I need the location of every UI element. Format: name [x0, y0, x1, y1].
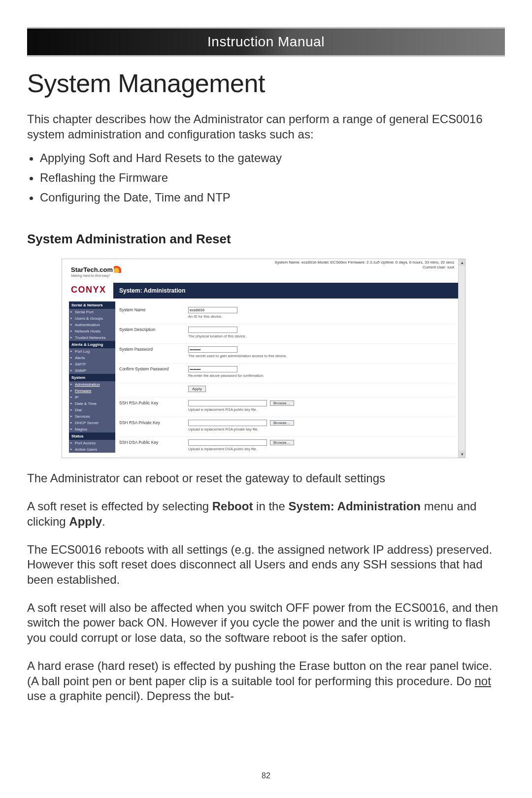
brand-tagline: Making hard-to-find easy! [71, 274, 110, 277]
paragraph: The ECS0016 reboots with all settings (e… [27, 542, 505, 588]
nav-item[interactable]: Services [69, 413, 115, 420]
field-label: SSH RSA Private Key [119, 420, 188, 425]
nav-item[interactable]: Alerts [69, 355, 115, 361]
nav-item[interactable]: SNMP [69, 367, 115, 374]
field-hint: Upload a replacement RSA public key file… [188, 407, 454, 412]
browse-button[interactable]: Browse… [270, 440, 294, 445]
nav-item[interactable]: Active Users [69, 446, 115, 453]
field-hint: The secret used to gain administration a… [188, 354, 454, 358]
body-after-screenshot: The Administrator can reboot or reset th… [27, 471, 505, 704]
field-hint: Upload a replacement RSA private key fil… [188, 427, 454, 432]
nav-item[interactable]: Port Access [69, 440, 115, 446]
bullet-item: Applying Soft and Hard Resets to the gat… [40, 151, 505, 166]
page-number: 82 [0, 771, 532, 780]
page-title: System Management [27, 68, 505, 98]
bold-text: System: Administration [288, 499, 421, 513]
text: A hard erase (hard reset) is effected by… [27, 659, 492, 688]
nav-item[interactable]: Trusted Networks [69, 334, 115, 341]
nav-item[interactable]: Serial Port [69, 309, 115, 315]
brand-text: StarTech.com [71, 266, 113, 273]
admin-form: System Name An ID for this device. Syste… [119, 304, 454, 458]
nav-item-firmware[interactable]: Firmware [69, 388, 115, 394]
system-password-input[interactable] [188, 346, 237, 353]
field-label: System Name [119, 307, 188, 312]
field-hint: The physical location of this device. [188, 334, 454, 338]
intro-paragraph: This chapter describes how the Administr… [27, 112, 505, 142]
rsa-priv-input[interactable] [188, 420, 267, 426]
text: use a graphite pencil). Depress the but- [27, 689, 234, 702]
nav-item[interactable]: Date & Time [69, 400, 115, 407]
nav-section: Alerts & Logging [69, 341, 115, 348]
nav-item[interactable]: Dial [69, 407, 115, 413]
paragraph: A soft reset will also be affected when … [27, 600, 505, 646]
nav-item[interactable]: SMTP [69, 361, 115, 367]
system-description-input[interactable] [188, 327, 237, 333]
field-label: System Description [119, 327, 188, 332]
field-label: SSH RSA Public Key [119, 400, 188, 405]
scrollbar[interactable]: ▴ ▾ [458, 259, 465, 458]
bullet-item: Reflashing the Firmware [40, 170, 505, 185]
panel-title: System: Administration [119, 287, 185, 294]
panel-titlebar: System: Administration [113, 283, 458, 299]
field-hint: An ID for this device. [188, 314, 454, 319]
field-label: Confirm System Password [119, 366, 188, 371]
underline-text: not [475, 674, 491, 688]
apply-button[interactable]: Apply [188, 386, 206, 392]
nav-item[interactable]: DHCP Server [69, 420, 115, 426]
nav-item[interactable]: IP [69, 394, 115, 400]
scroll-down-icon[interactable]: ▾ [459, 451, 466, 458]
paragraph: A soft reset is effected by selecting Re… [27, 499, 505, 529]
bold-text: Apply [69, 515, 102, 528]
rsa-pub-input[interactable] [188, 400, 267, 406]
brand-logo: StarTech.com [71, 266, 122, 273]
text: . [102, 515, 105, 528]
paragraph: The Administrator can reboot or reset th… [27, 471, 505, 486]
side-nav: Serial & Network Serial Port Users & Gro… [69, 301, 115, 453]
bullet-item: Configuring the Date, Time and NTP [40, 190, 505, 205]
brand-flare-icon [114, 266, 122, 273]
nav-item[interactable]: Authentication [69, 322, 115, 328]
nav-section: Serial & Network [69, 301, 115, 309]
browse-button[interactable]: Browse… [270, 420, 294, 426]
nav-item[interactable]: Port Log [69, 348, 115, 355]
field-label: SSH DSA Public Key [119, 439, 188, 445]
product-name: CONYX [71, 285, 106, 295]
system-meta: System Name: ecs0016 Model: ECS00xx Firm… [274, 260, 454, 269]
header-title: Instruction Manual [207, 34, 325, 50]
scroll-up-icon[interactable]: ▴ [459, 259, 466, 266]
paragraph: A hard erase (hard reset) is effected by… [27, 659, 505, 704]
system-name-input[interactable] [188, 307, 237, 313]
field-hint: Re-enter the above password for confirma… [188, 373, 454, 378]
field-label: System Password [119, 346, 188, 352]
browse-button[interactable]: Browse… [270, 400, 294, 406]
dsa-pub-input[interactable] [188, 439, 267, 446]
nav-item-administration[interactable]: Administration [69, 381, 115, 388]
text: in the [253, 499, 288, 513]
nav-section: Status [69, 432, 115, 440]
nav-section: System [69, 374, 115, 381]
text: A soft reset is effected by selecting [27, 499, 212, 513]
nav-item[interactable]: Network Hosts [69, 328, 115, 334]
nav-item[interactable]: Users & Groups [69, 315, 115, 322]
intro-bullets: Applying Soft and Hard Resets to the gat… [27, 151, 505, 205]
confirm-password-input[interactable] [188, 366, 237, 372]
meta-line: System Name: ecs0016 Model: ECS00xx Firm… [274, 260, 454, 265]
field-hint: Upload a replacement DSA public key file… [188, 447, 454, 451]
section-heading: System Administration and Reset [27, 232, 505, 247]
bold-text: Reboot [212, 499, 253, 513]
meta-user: Current User: root [274, 265, 454, 270]
header-band: Instruction Manual [27, 27, 505, 57]
admin-screenshot: ▴ ▾ System Name: ecs0016 Model: ECS00xx … [62, 259, 466, 458]
nav-item[interactable]: Nagios [69, 426, 115, 432]
